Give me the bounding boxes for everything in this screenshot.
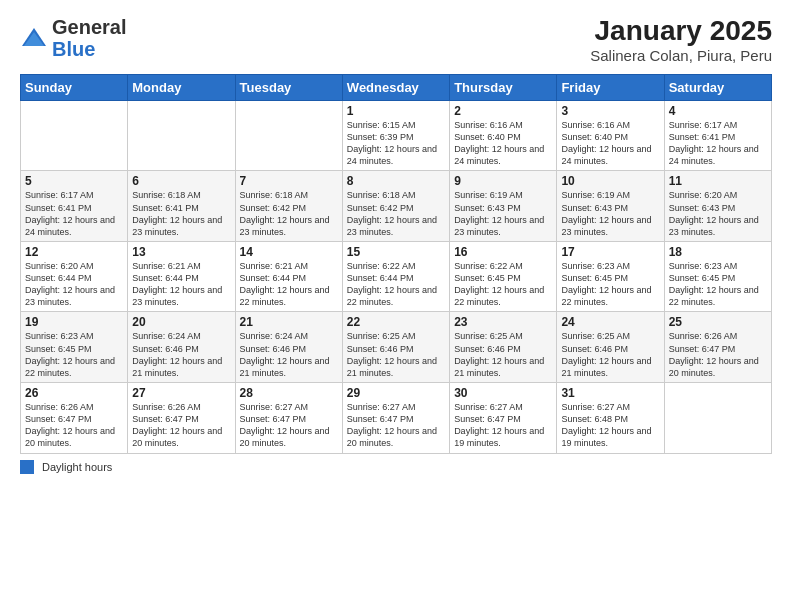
day-info: Sunrise: 6:26 AM Sunset: 6:47 PM Dayligh… — [25, 401, 123, 450]
day-number: 24 — [561, 315, 659, 329]
day-info: Sunrise: 6:23 AM Sunset: 6:45 PM Dayligh… — [669, 260, 767, 309]
day-number: 4 — [669, 104, 767, 118]
calendar-week-row: 5Sunrise: 6:17 AM Sunset: 6:41 PM Daylig… — [21, 171, 772, 242]
day-info: Sunrise: 6:23 AM Sunset: 6:45 PM Dayligh… — [25, 330, 123, 379]
day-info: Sunrise: 6:22 AM Sunset: 6:45 PM Dayligh… — [454, 260, 552, 309]
table-row: 10Sunrise: 6:19 AM Sunset: 6:43 PM Dayli… — [557, 171, 664, 242]
table-row — [128, 100, 235, 171]
header-saturday: Saturday — [664, 74, 771, 100]
day-number: 21 — [240, 315, 338, 329]
day-info: Sunrise: 6:23 AM Sunset: 6:45 PM Dayligh… — [561, 260, 659, 309]
calendar-subtitle: Salinera Colan, Piura, Peru — [590, 47, 772, 64]
day-info: Sunrise: 6:25 AM Sunset: 6:46 PM Dayligh… — [347, 330, 445, 379]
table-row: 3Sunrise: 6:16 AM Sunset: 6:40 PM Daylig… — [557, 100, 664, 171]
header-thursday: Thursday — [450, 74, 557, 100]
day-number: 12 — [25, 245, 123, 259]
table-row: 15Sunrise: 6:22 AM Sunset: 6:44 PM Dayli… — [342, 241, 449, 312]
day-number: 17 — [561, 245, 659, 259]
table-row: 18Sunrise: 6:23 AM Sunset: 6:45 PM Dayli… — [664, 241, 771, 312]
table-row: 20Sunrise: 6:24 AM Sunset: 6:46 PM Dayli… — [128, 312, 235, 383]
day-number: 15 — [347, 245, 445, 259]
day-number: 13 — [132, 245, 230, 259]
header-monday: Monday — [128, 74, 235, 100]
table-row: 13Sunrise: 6:21 AM Sunset: 6:44 PM Dayli… — [128, 241, 235, 312]
day-info: Sunrise: 6:21 AM Sunset: 6:44 PM Dayligh… — [132, 260, 230, 309]
day-number: 10 — [561, 174, 659, 188]
day-number: 6 — [132, 174, 230, 188]
day-number: 20 — [132, 315, 230, 329]
day-number: 8 — [347, 174, 445, 188]
table-row — [21, 100, 128, 171]
table-row: 16Sunrise: 6:22 AM Sunset: 6:45 PM Dayli… — [450, 241, 557, 312]
table-row: 26Sunrise: 6:26 AM Sunset: 6:47 PM Dayli… — [21, 383, 128, 454]
day-info: Sunrise: 6:18 AM Sunset: 6:42 PM Dayligh… — [240, 189, 338, 238]
day-number: 5 — [25, 174, 123, 188]
day-number: 22 — [347, 315, 445, 329]
table-row: 23Sunrise: 6:25 AM Sunset: 6:46 PM Dayli… — [450, 312, 557, 383]
table-row: 12Sunrise: 6:20 AM Sunset: 6:44 PM Dayli… — [21, 241, 128, 312]
day-info: Sunrise: 6:18 AM Sunset: 6:42 PM Dayligh… — [347, 189, 445, 238]
table-row: 7Sunrise: 6:18 AM Sunset: 6:42 PM Daylig… — [235, 171, 342, 242]
day-info: Sunrise: 6:17 AM Sunset: 6:41 PM Dayligh… — [25, 189, 123, 238]
day-number: 16 — [454, 245, 552, 259]
day-info: Sunrise: 6:21 AM Sunset: 6:44 PM Dayligh… — [240, 260, 338, 309]
table-row: 22Sunrise: 6:25 AM Sunset: 6:46 PM Dayli… — [342, 312, 449, 383]
table-row: 4Sunrise: 6:17 AM Sunset: 6:41 PM Daylig… — [664, 100, 771, 171]
header-tuesday: Tuesday — [235, 74, 342, 100]
day-number: 19 — [25, 315, 123, 329]
header-friday: Friday — [557, 74, 664, 100]
legend-color-box — [20, 460, 34, 474]
legend-label: Daylight hours — [42, 461, 112, 473]
title-block: January 2025 Salinera Colan, Piura, Peru — [590, 16, 772, 64]
calendar-week-row: 12Sunrise: 6:20 AM Sunset: 6:44 PM Dayli… — [21, 241, 772, 312]
day-number: 9 — [454, 174, 552, 188]
day-number: 7 — [240, 174, 338, 188]
day-number: 23 — [454, 315, 552, 329]
day-number: 14 — [240, 245, 338, 259]
table-row: 14Sunrise: 6:21 AM Sunset: 6:44 PM Dayli… — [235, 241, 342, 312]
table-row: 30Sunrise: 6:27 AM Sunset: 6:47 PM Dayli… — [450, 383, 557, 454]
table-row — [235, 100, 342, 171]
day-number: 3 — [561, 104, 659, 118]
day-info: Sunrise: 6:20 AM Sunset: 6:43 PM Dayligh… — [669, 189, 767, 238]
day-number: 28 — [240, 386, 338, 400]
table-row: 24Sunrise: 6:25 AM Sunset: 6:46 PM Dayli… — [557, 312, 664, 383]
day-info: Sunrise: 6:22 AM Sunset: 6:44 PM Dayligh… — [347, 260, 445, 309]
day-number: 27 — [132, 386, 230, 400]
day-number: 11 — [669, 174, 767, 188]
logo: General Blue — [20, 16, 126, 60]
day-number: 25 — [669, 315, 767, 329]
day-info: Sunrise: 6:24 AM Sunset: 6:46 PM Dayligh… — [132, 330, 230, 379]
table-row: 1Sunrise: 6:15 AM Sunset: 6:39 PM Daylig… — [342, 100, 449, 171]
day-info: Sunrise: 6:20 AM Sunset: 6:44 PM Dayligh… — [25, 260, 123, 309]
header-wednesday: Wednesday — [342, 74, 449, 100]
day-number: 2 — [454, 104, 552, 118]
logo-icon — [20, 24, 48, 52]
page: General Blue January 2025 Salinera Colan… — [0, 0, 792, 612]
day-info: Sunrise: 6:16 AM Sunset: 6:40 PM Dayligh… — [454, 119, 552, 168]
calendar-header-row: Sunday Monday Tuesday Wednesday Thursday… — [21, 74, 772, 100]
calendar-week-row: 26Sunrise: 6:26 AM Sunset: 6:47 PM Dayli… — [21, 383, 772, 454]
day-info: Sunrise: 6:16 AM Sunset: 6:40 PM Dayligh… — [561, 119, 659, 168]
table-row: 21Sunrise: 6:24 AM Sunset: 6:46 PM Dayli… — [235, 312, 342, 383]
table-row: 11Sunrise: 6:20 AM Sunset: 6:43 PM Dayli… — [664, 171, 771, 242]
logo-blue-text: Blue — [52, 38, 95, 60]
day-info: Sunrise: 6:19 AM Sunset: 6:43 PM Dayligh… — [454, 189, 552, 238]
day-number: 31 — [561, 386, 659, 400]
day-info: Sunrise: 6:26 AM Sunset: 6:47 PM Dayligh… — [132, 401, 230, 450]
day-info: Sunrise: 6:27 AM Sunset: 6:48 PM Dayligh… — [561, 401, 659, 450]
table-row: 25Sunrise: 6:26 AM Sunset: 6:47 PM Dayli… — [664, 312, 771, 383]
day-info: Sunrise: 6:24 AM Sunset: 6:46 PM Dayligh… — [240, 330, 338, 379]
day-info: Sunrise: 6:26 AM Sunset: 6:47 PM Dayligh… — [669, 330, 767, 379]
calendar-week-row: 1Sunrise: 6:15 AM Sunset: 6:39 PM Daylig… — [21, 100, 772, 171]
day-info: Sunrise: 6:27 AM Sunset: 6:47 PM Dayligh… — [454, 401, 552, 450]
day-number: 18 — [669, 245, 767, 259]
table-row: 19Sunrise: 6:23 AM Sunset: 6:45 PM Dayli… — [21, 312, 128, 383]
footer: Daylight hours — [20, 460, 772, 474]
header-sunday: Sunday — [21, 74, 128, 100]
day-number: 26 — [25, 386, 123, 400]
table-row: 5Sunrise: 6:17 AM Sunset: 6:41 PM Daylig… — [21, 171, 128, 242]
table-row: 28Sunrise: 6:27 AM Sunset: 6:47 PM Dayli… — [235, 383, 342, 454]
calendar-table: Sunday Monday Tuesday Wednesday Thursday… — [20, 74, 772, 454]
day-number: 1 — [347, 104, 445, 118]
